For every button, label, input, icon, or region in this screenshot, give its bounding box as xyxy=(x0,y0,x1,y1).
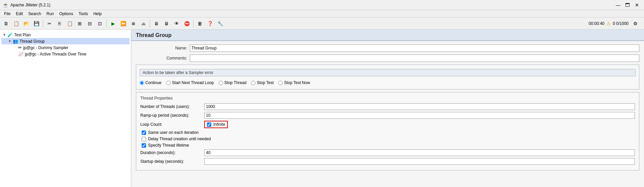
menu-options[interactable]: Options xyxy=(57,11,76,17)
toolbar-sep-2 xyxy=(106,20,107,28)
remote-stop-all-button[interactable]: ⛔ xyxy=(182,19,191,28)
same-user-checkbox[interactable] xyxy=(142,130,146,135)
specify-lifetime-checkbox[interactable] xyxy=(142,143,146,148)
radio-stop-test-now-input[interactable] xyxy=(278,81,283,85)
stop-button[interactable]: ⏹ xyxy=(129,19,138,28)
num-threads-label: Number of Threads (users): xyxy=(140,104,204,109)
start-no-pause-button[interactable]: ⏩ xyxy=(118,19,128,28)
comments-input[interactable] xyxy=(190,54,639,62)
action-radio-group: Continue Start Next Thread Loop Stop Thr… xyxy=(140,79,636,86)
loop-count-row: Loop Count: Infinite xyxy=(140,121,635,128)
same-user-row[interactable]: Same user on each iteration xyxy=(140,130,635,135)
specify-lifetime-row[interactable]: Specify Thread lifetime xyxy=(140,143,635,148)
specify-lifetime-label: Specify Thread lifetime xyxy=(148,143,189,148)
timer-display: 00:00:40 xyxy=(589,21,605,26)
radio-start-next[interactable]: Start Next Thread Loop xyxy=(166,80,214,85)
radio-stop-thread-input[interactable] xyxy=(219,81,223,85)
num-threads-input[interactable] xyxy=(204,103,635,110)
delay-thread-checkbox[interactable] xyxy=(142,137,146,141)
active-threads-label: jp@gc - Active Threads Over Time xyxy=(25,52,86,57)
remote-start-button[interactable]: 🖥 xyxy=(152,19,161,28)
panel-body: Name: Comments: Action to be taken after… xyxy=(131,41,644,177)
clear-button[interactable]: 🗑 xyxy=(195,19,205,28)
close-button[interactable]: ✕ xyxy=(633,2,641,8)
same-user-label: Same user on each iteration xyxy=(148,130,199,135)
radio-stop-test-now[interactable]: Stop Test Now xyxy=(278,80,310,85)
title-bar: ☕ Apache JMeter (5.2.1) — 🗖 ✕ xyxy=(0,0,644,10)
app-icon: ☕ xyxy=(3,2,8,8)
comments-row: Comments: xyxy=(136,54,639,62)
tree-item-thread-group[interactable]: ▼ 👥 Thread Group xyxy=(1,38,130,44)
radio-stop-thread-label: Stop Thread xyxy=(224,80,247,85)
warning-icon: ⚠ xyxy=(606,21,611,26)
menu-search[interactable]: Search xyxy=(26,11,44,17)
loop-count-box: Infinite xyxy=(204,121,228,128)
radio-stop-test-input[interactable] xyxy=(251,81,255,85)
active-threads-icon: 📈 xyxy=(18,51,24,57)
rampup-label: Ramp-up period (seconds): xyxy=(140,113,204,118)
duration-input[interactable] xyxy=(204,149,635,156)
templates-button[interactable]: 📋 xyxy=(11,19,21,28)
startup-delay-row: Startup delay (seconds): xyxy=(140,158,635,165)
tree-item-dummy-sampler[interactable]: ✏ jp@gc - Dummy Sampler xyxy=(1,44,130,51)
infinite-label: Infinite xyxy=(213,122,225,127)
toolbar: 🗎 📋 📂 💾 ✂ ⎘ 📋 ⊞ ⊟ ⊡ ▶ ⏩ ⏹ ⏏ 🖥 🖥 👁 ⛔ 🗑 ❓ … xyxy=(0,17,644,30)
new-button[interactable]: 🗎 xyxy=(1,19,11,28)
startup-delay-input[interactable] xyxy=(204,158,635,165)
thread-props-title: Thread Properties xyxy=(140,96,635,101)
radio-start-next-input[interactable] xyxy=(166,81,171,85)
tree-panel: ▼ 🧪 Test Plan ▼ 👥 Thread Group ✏ jp@gc -… xyxy=(0,30,131,187)
radio-continue-label: Continue xyxy=(145,80,162,85)
minimize-button[interactable]: — xyxy=(614,2,622,8)
tree-item-test-plan[interactable]: ▼ 🧪 Test Plan xyxy=(1,32,130,38)
radio-stop-test-now-label: Stop Test Now xyxy=(284,80,310,85)
toolbar-sep-3 xyxy=(150,20,150,28)
test-plan-label: Test Plan xyxy=(14,33,31,37)
loop-count-label: Loop Count: xyxy=(140,122,204,127)
menu-edit[interactable]: Edit xyxy=(13,11,26,17)
delay-thread-row[interactable]: Delay Thread creation until needed xyxy=(140,137,635,141)
maximize-button[interactable]: 🗖 xyxy=(623,2,632,8)
right-panel: Thread Group Name: Comments: Action to b… xyxy=(131,30,644,187)
save-button[interactable]: 💾 xyxy=(32,19,41,28)
rampup-input[interactable] xyxy=(204,112,635,119)
remote-start-all-button[interactable]: 🖥 xyxy=(162,19,171,28)
radio-stop-test[interactable]: Stop Test xyxy=(251,80,274,85)
settings-button[interactable]: ⚙ xyxy=(631,19,640,28)
menu-tools[interactable]: Tools xyxy=(76,11,91,17)
thread-props-section: Thread Properties Number of Threads (use… xyxy=(136,92,639,171)
cut-button[interactable]: ✂ xyxy=(45,19,54,28)
menu-file[interactable]: File xyxy=(1,11,13,17)
radio-continue-input[interactable] xyxy=(140,81,144,85)
panel-header: Thread Group xyxy=(131,30,644,41)
start-button[interactable]: ▶ xyxy=(108,19,118,28)
name-input[interactable] xyxy=(190,44,639,52)
toggle-button[interactable]: ⊡ xyxy=(95,19,105,28)
dummy-sampler-label: jp@gc - Dummy Sampler xyxy=(23,45,68,50)
radio-start-next-label: Start Next Thread Loop xyxy=(172,80,214,85)
help-button[interactable]: ❓ xyxy=(205,19,215,28)
expand-button[interactable]: ⊞ xyxy=(75,19,84,28)
name-label: Name: xyxy=(136,46,190,50)
infinite-checkbox[interactable] xyxy=(207,122,211,127)
tree-arrow-test-plan: ▼ xyxy=(3,33,7,37)
shutdown-button[interactable]: ⏏ xyxy=(139,19,148,28)
collapse-button[interactable]: ⊟ xyxy=(85,19,95,28)
rampup-row: Ramp-up period (seconds): xyxy=(140,112,635,119)
name-row: Name: xyxy=(136,44,639,52)
function-helper-button[interactable]: 🔧 xyxy=(215,19,225,28)
copy-button[interactable]: ⎘ xyxy=(55,19,64,28)
comments-label: Comments: xyxy=(136,56,190,61)
remote-stop-button[interactable]: 👁 xyxy=(172,19,181,28)
radio-continue[interactable]: Continue xyxy=(140,80,162,85)
menu-run[interactable]: Run xyxy=(44,11,57,17)
tree-item-active-threads[interactable]: 📈 jp@gc - Active Threads Over Time xyxy=(1,51,130,57)
num-threads-row: Number of Threads (users): xyxy=(140,103,635,110)
radio-stop-test-label: Stop Test xyxy=(257,80,274,85)
menu-help[interactable]: Help xyxy=(91,11,104,17)
delay-thread-label: Delay Thread creation until needed xyxy=(148,137,211,141)
open-button[interactable]: 📂 xyxy=(22,19,31,28)
radio-stop-thread[interactable]: Stop Thread xyxy=(219,80,247,85)
paste-button[interactable]: 📋 xyxy=(65,19,74,28)
thread-group-label: Thread Group xyxy=(20,39,45,44)
